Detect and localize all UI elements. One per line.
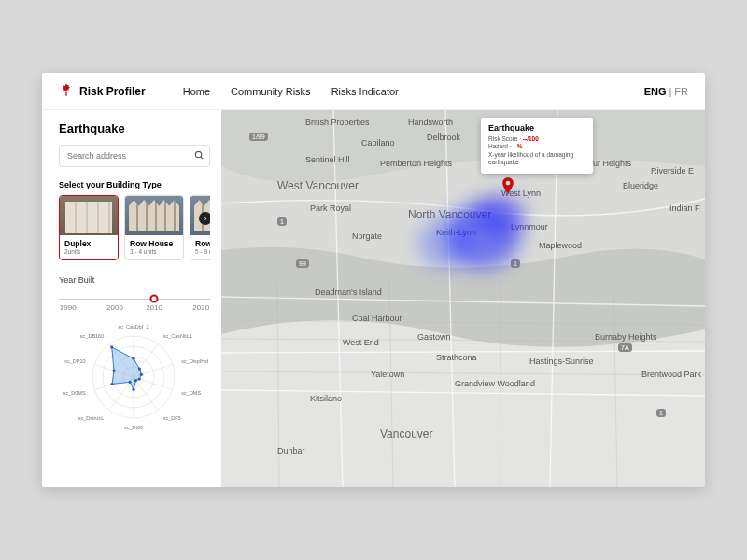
year-tick: 2010 <box>146 303 162 312</box>
svg-point-20 <box>138 377 141 380</box>
map-base <box>221 110 705 487</box>
year-handle[interactable] <box>150 295 159 303</box>
card-duplex[interactable]: Duplex2units <box>59 195 119 260</box>
body: Earthquake Select your Building Type Dup… <box>42 110 705 487</box>
year-built: Year Built 1990 2000 2010 2020 <box>59 275 210 305</box>
svg-text:sc_D0MS: sc_D0MS <box>63 390 86 396</box>
chevron-right-icon: › <box>204 215 207 223</box>
radar-chart: sc_CasDbf_2sc_CasNitL1sc_DisplHshldsc_DM… <box>59 316 210 438</box>
logo[interactable]: Risk Profiler <box>59 82 146 101</box>
year-tick: 1990 <box>60 303 77 312</box>
svg-text:sc_DisplHshld: sc_DisplHshld <box>181 358 208 364</box>
year-slider[interactable]: 1990 2000 2010 2020 <box>59 292 210 305</box>
nav-risks-indicator[interactable]: Risks Indicator <box>331 86 399 97</box>
svg-text:sc_DMS: sc_DMS <box>181 390 201 396</box>
card-row-partial[interactable]: Row5 - 9 u <box>190 195 210 260</box>
svg-point-19 <box>140 373 143 376</box>
card-image <box>60 196 118 235</box>
svg-point-17 <box>132 357 134 360</box>
maple-leaf-icon <box>59 82 74 101</box>
nav-home[interactable]: Home <box>183 86 210 97</box>
lang-inactive[interactable]: FR <box>674 86 688 97</box>
sidebar: Earthquake Select your Building Type Dup… <box>42 110 221 487</box>
map-pin-icon[interactable] <box>501 177 514 198</box>
svg-text:sc_DF5: sc_DF5 <box>163 415 181 421</box>
year-label: Year Built <box>59 275 210 285</box>
card-sub: 3 - 4 units <box>130 248 178 255</box>
app-title: Risk Profiler <box>79 85 146 98</box>
popup-title: Earthquake <box>488 123 585 133</box>
year-tick: 2020 <box>192 303 209 312</box>
svg-text:sc_DstrucL: sc_DstrucL <box>78 415 105 421</box>
year-tick: 2000 <box>106 303 123 312</box>
svg-point-25 <box>112 370 115 372</box>
svg-point-26 <box>110 345 113 348</box>
lang-active[interactable]: ENG <box>644 86 667 97</box>
page-title: Earthquake <box>59 121 210 135</box>
card-sub: 2units <box>64 248 113 255</box>
card-image <box>125 196 183 235</box>
building-type-cards: Duplex2units Row House3 - 4 units Row5 -… <box>59 195 210 260</box>
search-icon[interactable] <box>194 147 204 164</box>
svg-point-24 <box>110 383 113 385</box>
search-input[interactable] <box>59 145 210 167</box>
card-title: Row House <box>130 239 178 248</box>
card-title: Row <box>195 239 210 248</box>
nav-community-risks[interactable]: Community Risks <box>231 86 311 97</box>
svg-point-18 <box>138 368 141 371</box>
svg-point-21 <box>134 379 137 382</box>
main-nav: Home Community Risks Risks Indicator <box>183 86 399 97</box>
language-switch: ENG|FR <box>644 86 688 97</box>
svg-text:sc_CasDbf_2: sc_CasDbf_2 <box>118 324 148 329</box>
map-popup: Earthquake Risk Score · --/100 Hazard · … <box>481 118 593 174</box>
top-bar: Risk Profiler Home Community Risks Risks… <box>42 73 705 110</box>
svg-text:sc_Dt00: sc_Dt00 <box>124 425 143 430</box>
svg-point-0 <box>195 151 201 157</box>
building-type-label: Select your Building Type <box>59 180 210 189</box>
svg-text:sc_CasNitL1: sc_CasNitL1 <box>163 333 192 339</box>
svg-text:sc_DB160: sc_DB160 <box>80 333 104 339</box>
svg-marker-16 <box>112 347 142 389</box>
svg-point-23 <box>129 381 132 384</box>
search-wrapper <box>59 145 210 167</box>
app-window: Risk Profiler Home Community Risks Risks… <box>42 73 705 487</box>
svg-line-1 <box>201 157 203 159</box>
card-title: Duplex <box>64 239 113 248</box>
card-sub: 5 - 9 u <box>195 248 210 255</box>
map-viewport[interactable]: British PropertiesHandsworthCapilanoDelb… <box>221 110 705 487</box>
svg-point-22 <box>132 388 134 391</box>
cards-next-button[interactable]: › <box>199 212 210 225</box>
svg-text:sc_DP10: sc_DP10 <box>64 358 85 364</box>
card-row-house[interactable]: Row House3 - 4 units <box>124 195 184 260</box>
